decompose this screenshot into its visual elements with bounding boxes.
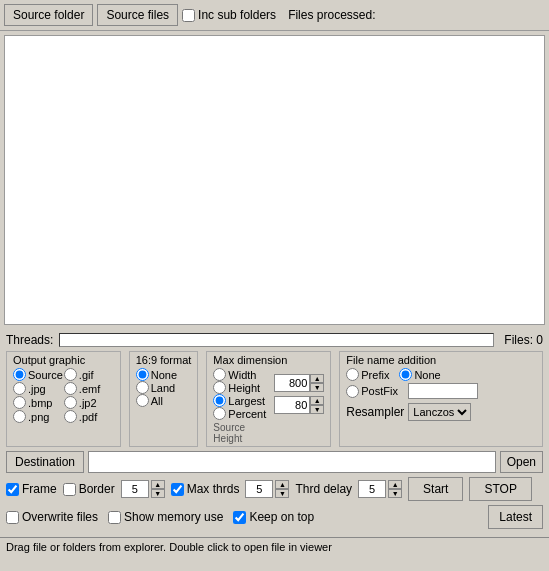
show-memory-label[interactable]: Show memory use xyxy=(108,510,223,524)
resampler-row: Resampler Lanczos xyxy=(346,403,536,421)
max-dimension-group: Max dimension Width Height Largest xyxy=(206,351,331,447)
border-checkbox[interactable] xyxy=(63,483,76,496)
main-area xyxy=(4,35,545,325)
threads-bar xyxy=(59,333,494,347)
source-folder-tab[interactable]: Source folder xyxy=(4,4,93,26)
radio-fname-none[interactable]: None xyxy=(399,368,440,381)
overwrite-checkbox[interactable] xyxy=(6,511,19,524)
top-bar: Source folder Source files Inc sub folde… xyxy=(0,0,549,31)
inc-sub-folders-checkbox[interactable] xyxy=(182,9,195,22)
radio-percent[interactable]: Percent xyxy=(213,407,266,420)
frame-label[interactable]: Frame xyxy=(6,482,57,496)
thrd-delay-input[interactable] xyxy=(358,480,386,498)
format-169-group: 16:9 format None Land All xyxy=(129,351,199,447)
spinner1-btns: ▲ ▼ xyxy=(310,374,324,392)
spinner1-up[interactable]: ▲ xyxy=(310,374,324,383)
destination-row: Destination Open xyxy=(6,451,543,473)
fname-text-input[interactable] xyxy=(408,383,478,399)
height-label-display: Height xyxy=(213,433,324,444)
max-dim-spinners: ▲ ▼ ▲ ▼ xyxy=(274,374,324,414)
options-row: Output graphic Source .gif .jpg .emf xyxy=(6,351,543,447)
radio-source[interactable]: Source xyxy=(13,368,63,381)
border-spinner: ▲ ▼ xyxy=(121,480,165,498)
destination-button[interactable]: Destination xyxy=(6,451,84,473)
max-thrds-spinner: ▲ ▼ xyxy=(245,480,289,498)
spinner2-down[interactable]: ▼ xyxy=(310,405,324,414)
output-graphic-grid: Source .gif .jpg .emf .bmp xyxy=(13,368,114,423)
radio-prefix[interactable]: Prefix xyxy=(346,368,389,381)
thrd-delay-up[interactable]: ▲ xyxy=(388,480,402,489)
spinner2-btns: ▲ ▼ xyxy=(310,396,324,414)
radio-jpg[interactable]: .jpg xyxy=(13,382,63,395)
spinner1-down[interactable]: ▼ xyxy=(310,383,324,392)
destination-input[interactable] xyxy=(88,451,496,473)
start-button[interactable]: Start xyxy=(408,477,463,501)
radio-land[interactable]: Land xyxy=(136,381,192,394)
max-thrds-up[interactable]: ▲ xyxy=(275,480,289,489)
max-thrds-label[interactable]: Max thrds xyxy=(171,482,240,496)
source-files-tab[interactable]: Source files xyxy=(97,4,178,26)
value1-input[interactable] xyxy=(274,374,310,392)
spinner2-up[interactable]: ▲ xyxy=(310,396,324,405)
stop-button[interactable]: STOP xyxy=(469,477,531,501)
overwrite-label[interactable]: Overwrite files xyxy=(6,510,98,524)
show-memory-checkbox[interactable] xyxy=(108,511,121,524)
max-thrds-btns: ▲ ▼ xyxy=(275,480,289,498)
radio-gif[interactable]: .gif xyxy=(64,368,114,381)
radio-none[interactable]: None xyxy=(136,368,192,381)
radio-pdf[interactable]: .pdf xyxy=(64,410,114,423)
thrd-delay-label: Thrd delay xyxy=(295,482,352,496)
radio-jp2[interactable]: .jp2 xyxy=(64,396,114,409)
radio-emf[interactable]: .emf xyxy=(64,382,114,395)
max-thrds-checkbox[interactable] xyxy=(171,483,184,496)
spinner-80: ▲ ▼ xyxy=(274,396,324,414)
files-count: Files: 0 xyxy=(504,333,543,347)
fname-row2: PostFix xyxy=(346,383,536,399)
output-graphic-title: Output graphic xyxy=(13,354,114,366)
status-text: Drag file or folders from explorer. Doub… xyxy=(6,541,332,553)
format-169-title: 16:9 format xyxy=(136,354,192,366)
value2-input[interactable] xyxy=(274,396,310,414)
frame-checkbox[interactable] xyxy=(6,483,19,496)
border-label[interactable]: Border xyxy=(63,482,115,496)
source-label: Source xyxy=(213,422,324,433)
threads-label: Threads: xyxy=(6,333,53,347)
fname-row1: Prefix None xyxy=(346,368,536,381)
border-down[interactable]: ▼ xyxy=(151,489,165,498)
status-bar: Drag file or folders from explorer. Doub… xyxy=(0,537,549,556)
inc-sub-folders-label[interactable]: Inc sub folders xyxy=(182,8,276,22)
keep-on-top-checkbox[interactable] xyxy=(233,511,246,524)
latest-button[interactable]: Latest xyxy=(488,505,543,529)
resampler-label: Resampler xyxy=(346,405,404,419)
controls-row1: Frame Border ▲ ▼ Max thrds ▲ ▼ Thrd dela… xyxy=(6,477,543,501)
max-dim-radios: Width Height Largest Percent xyxy=(213,368,266,420)
keep-on-top-label[interactable]: Keep on top xyxy=(233,510,314,524)
files-processed-label: Files processed: xyxy=(288,8,375,22)
thrd-delay-down[interactable]: ▼ xyxy=(388,489,402,498)
radio-postfix[interactable]: PostFix xyxy=(346,383,398,399)
file-name-title: File name addition xyxy=(346,354,536,366)
max-thrds-input[interactable] xyxy=(245,480,273,498)
threads-row: Threads: Files: 0 xyxy=(6,333,543,347)
output-graphic-group: Output graphic Source .gif .jpg .emf xyxy=(6,351,121,447)
radio-largest[interactable]: Largest xyxy=(213,394,266,407)
thrd-delay-btns: ▲ ▼ xyxy=(388,480,402,498)
file-name-group: File name addition Prefix None PostFix xyxy=(339,351,543,447)
radio-all[interactable]: All xyxy=(136,394,192,407)
thrd-delay-spinner: ▲ ▼ xyxy=(358,480,402,498)
spinner-800: ▲ ▼ xyxy=(274,374,324,392)
radio-height[interactable]: Height xyxy=(213,381,266,394)
open-button[interactable]: Open xyxy=(500,451,543,473)
border-spinner-btns: ▲ ▼ xyxy=(151,480,165,498)
border-value-input[interactable] xyxy=(121,480,149,498)
radio-bmp[interactable]: .bmp xyxy=(13,396,63,409)
resampler-select[interactable]: Lanczos xyxy=(408,403,471,421)
bottom-section: Threads: Files: 0 Output graphic Source … xyxy=(0,329,549,537)
max-thrds-down[interactable]: ▼ xyxy=(275,489,289,498)
radio-png[interactable]: .png xyxy=(13,410,63,423)
controls-row2: Overwrite files Show memory use Keep on … xyxy=(6,505,543,529)
border-up[interactable]: ▲ xyxy=(151,480,165,489)
max-dim-row: Width Height Largest Percent xyxy=(213,368,324,420)
radio-width[interactable]: Width xyxy=(213,368,266,381)
max-dimension-title: Max dimension xyxy=(213,354,324,366)
